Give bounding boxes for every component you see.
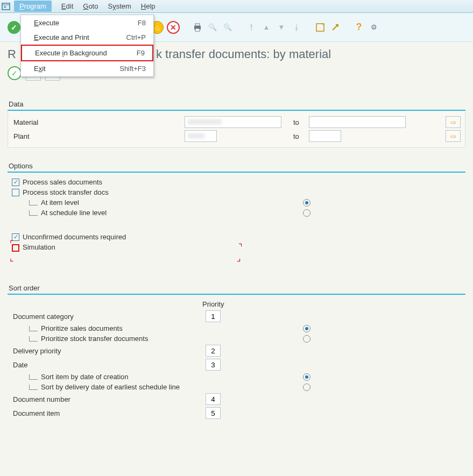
shortcut: Ctrl+P xyxy=(126,33,146,41)
shortcut: Shift+F3 xyxy=(119,65,146,73)
menu-edit[interactable]: Edit xyxy=(61,2,73,10)
prio-stock-label: Prioritize stock transfer documents xyxy=(41,335,148,343)
material-label: Material xyxy=(12,118,185,126)
schedule-level-radio[interactable] xyxy=(303,209,310,217)
titlebar: Program Edit Goto System Help xyxy=(0,0,473,13)
menu-program[interactable]: Program xyxy=(14,1,52,12)
menu-exit[interactable]: ExitShift+F3 xyxy=(21,61,153,76)
sort-delivery-radio[interactable] xyxy=(303,383,310,391)
plant-from-input[interactable] xyxy=(185,130,217,142)
group-data-label: Data xyxy=(8,100,465,108)
shortcut: F9 xyxy=(137,49,145,57)
tree-icon xyxy=(29,385,38,390)
unconfirmed-label: Unconfirmed documents required xyxy=(23,233,126,241)
doc-category-label: Document category xyxy=(12,312,184,321)
menu-system[interactable]: System xyxy=(108,2,131,10)
menu-execute[interactable]: ExecuteF8 xyxy=(21,16,153,30)
shortcut-icon[interactable] xyxy=(329,22,341,33)
settings-icon[interactable]: ⚙ xyxy=(368,22,380,33)
sort-creation-label: Sort item by date of creation xyxy=(41,373,129,381)
multiple-selection-button[interactable]: ⇨ xyxy=(446,130,461,142)
menu-execute-print[interactable]: Execute and PrintCtrl+P xyxy=(21,30,153,45)
doc-number-label: Document number xyxy=(12,395,184,403)
plant-label: Plant xyxy=(12,132,185,140)
new-session-icon[interactable] xyxy=(314,22,326,33)
tree-icon xyxy=(29,326,38,331)
plant-to-input[interactable] xyxy=(309,130,341,142)
priority-date-input[interactable] xyxy=(206,359,221,371)
prio-sales-radio[interactable] xyxy=(303,325,310,332)
priority-item-input[interactable] xyxy=(206,407,221,419)
menu-program-label: rogram xyxy=(24,2,46,10)
svg-rect-0 xyxy=(2,3,10,10)
menu-help[interactable]: Help xyxy=(141,2,156,10)
enter-button[interactable]: ✓ xyxy=(8,21,20,34)
group-data-body: Material to ⇨ Plant to ⇨ xyxy=(8,111,465,148)
help-icon[interactable]: ? xyxy=(353,22,365,33)
date-label: Date xyxy=(12,361,184,369)
corner-icon: ⌟ xyxy=(237,254,241,262)
sort-delivery-label: Sort by delivery date of earliest schedu… xyxy=(41,383,180,391)
delivery-prio-label: Delivery priority xyxy=(12,347,184,355)
program-menu-dropdown: ExecuteF8 Execute and PrintCtrl+P Execut… xyxy=(20,15,154,77)
shortcut: F8 xyxy=(138,19,146,27)
menu-execute-background[interactable]: Execute in BackgroundF9 xyxy=(21,45,153,61)
execute-button[interactable]: ✓ xyxy=(8,66,22,80)
item-level-label: At item level xyxy=(41,198,79,207)
material-to-input[interactable] xyxy=(309,116,406,128)
prev-page-icon[interactable]: ▲ xyxy=(260,22,272,33)
window-icon xyxy=(1,2,11,11)
prio-stock-radio[interactable] xyxy=(303,335,310,343)
title-suffix: k transfer documents: by material xyxy=(156,47,331,61)
tree-icon xyxy=(29,210,38,216)
priority-header: Priority xyxy=(202,300,224,308)
to-label: to xyxy=(293,132,299,140)
print-icon[interactable] xyxy=(192,22,203,33)
svg-rect-3 xyxy=(195,29,200,31)
first-page-icon[interactable]: ⭱ xyxy=(245,22,257,33)
process-sales-checkbox[interactable] xyxy=(12,179,19,186)
tree-icon xyxy=(29,200,38,205)
row-material: Material to ⇨ xyxy=(12,116,461,128)
next-page-icon[interactable]: ▼ xyxy=(276,22,287,33)
simulation-label: Simulation xyxy=(23,243,55,251)
process-stock-checkbox[interactable] xyxy=(12,189,19,196)
tree-icon xyxy=(29,336,38,342)
title-prefix: R xyxy=(8,47,16,61)
schedule-level-label: At schedule line level xyxy=(41,209,107,217)
row-plant: Plant to ⇨ xyxy=(12,130,461,142)
group-options-label: Options xyxy=(8,162,465,170)
item-level-radio[interactable] xyxy=(303,199,310,207)
tree-icon xyxy=(29,374,38,380)
process-sales-label: Process sales documents xyxy=(23,178,102,186)
group-options-body: Process sales documents Process stock tr… xyxy=(8,173,465,270)
priority-delivery-input[interactable] xyxy=(206,345,221,357)
menu-goto[interactable]: Goto xyxy=(83,2,98,10)
group-sort-body: Priority Document category Prioritize sa… xyxy=(8,295,465,430)
sort-creation-radio[interactable] xyxy=(303,373,310,381)
group-sort-label: Sort order xyxy=(8,284,465,292)
find-icon[interactable]: 🔍 xyxy=(207,22,218,33)
priority-category-input[interactable] xyxy=(206,310,221,322)
prio-sales-label: Prioritize sales documents xyxy=(41,324,123,332)
material-from-input[interactable] xyxy=(185,116,281,128)
corner-icon: ⌞ xyxy=(10,254,14,262)
menubar: Program Edit Goto System Help xyxy=(11,1,156,12)
multiple-selection-button[interactable]: ⇨ xyxy=(446,116,461,128)
corner-icon: ⌝ xyxy=(238,243,243,252)
find-next-icon[interactable]: 🔍 xyxy=(222,22,234,33)
cancel-button[interactable]: ✕ xyxy=(167,21,180,34)
last-page-icon[interactable]: ⭳ xyxy=(291,22,302,33)
svg-rect-2 xyxy=(195,24,200,26)
process-stock-label: Process stock transfer docs xyxy=(23,188,109,196)
to-label: to xyxy=(293,118,299,126)
doc-item-label: Document item xyxy=(12,409,184,417)
priority-number-input[interactable] xyxy=(206,393,221,405)
